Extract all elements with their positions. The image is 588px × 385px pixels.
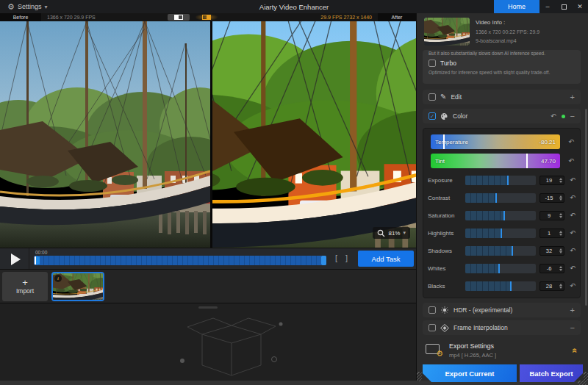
clip-thumbnail[interactable]: i [51,272,104,301]
collapse-icon[interactable]: − [570,112,575,120]
close-button[interactable]: ✕ [572,0,588,13]
undo-icon[interactable]: ↶ [568,230,577,237]
after-tab[interactable]: After [378,13,416,21]
slider-handle[interactable] [507,176,509,185]
edit-checkbox[interactable] [429,93,436,101]
tint-slider[interactable]: Tint 47.70 [431,154,560,168]
undo-icon[interactable]: ↶ [568,212,577,219]
collapse-icon[interactable]: − [570,323,575,332]
slider-handle[interactable] [512,246,513,256]
turbo-checkbox[interactable] [429,60,436,67]
import-button[interactable]: + Import [2,272,48,301]
hdr-section-header[interactable]: HDR - (experimental) + [423,303,581,317]
trim-start-marker[interactable]: [ [335,253,337,262]
preview-area: 81% ▾ [0,21,416,248]
undo-icon[interactable]: ↶ [568,195,577,201]
slider-handle[interactable] [498,264,500,273]
temperature-value: -80.21 [539,134,556,149]
import-label: Import [16,287,34,295]
slider-handle[interactable] [510,281,512,291]
slider-label: Saturation [428,212,462,219]
maximize-button[interactable] [556,0,572,13]
before-resolution: 1366 x 720 29.9 FPS [47,13,96,21]
undo-icon[interactable]: ↶ [568,248,577,254]
highlights-slider[interactable] [465,229,536,238]
highlights-value-input[interactable]: 1 [539,229,564,238]
temperature-handle[interactable] [443,134,445,149]
before-preview [0,21,210,248]
undo-icon[interactable]: ↶ [568,283,577,289]
blacks-slider[interactable] [465,281,536,291]
contrast-slider[interactable] [465,193,536,203]
turbo-card: But it also substantially slows down AI … [423,50,581,84]
modified-indicator-dot [562,115,565,118]
slider-handle[interactable] [495,193,497,203]
info-icon[interactable]: i [54,275,62,282]
tint-handle[interactable] [526,154,528,168]
batch-export-button[interactable]: Batch Export [520,364,583,382]
chevron-down-icon: ▾ [403,230,406,236]
compare-mode-split-button[interactable] [168,14,190,21]
hdr-checkbox[interactable] [429,306,436,314]
undo-icon[interactable]: ↶ [568,265,577,272]
expand-icon[interactable]: + [570,93,575,101]
after-video-frame [212,21,416,248]
exposure-slider[interactable] [465,176,536,185]
playhead-handle[interactable] [35,256,40,265]
stepper[interactable] [558,284,564,289]
play-icon [11,253,21,265]
stepper[interactable] [558,213,564,218]
add-task-button[interactable]: Add Task [358,251,414,267]
before-tab[interactable]: Before [0,13,41,21]
plus-icon: + [22,278,28,287]
stepper[interactable] [558,195,564,201]
color-checkbox[interactable]: ✓ [429,112,436,120]
play-button[interactable] [0,248,29,270]
slider-fill [465,229,501,238]
panel-scrollbar[interactable] [585,109,587,306]
undo-icon[interactable]: ↶ [568,177,577,184]
video-info-title: Video Info : [476,19,539,26]
stepper[interactable] [558,248,564,253]
stepper[interactable] [558,266,564,271]
slider-handle[interactable] [501,229,502,238]
zoom-control[interactable]: 81% ▾ [373,227,410,239]
export-settings[interactable]: ⚙ Export Settings mp4 [ H.265, AAC ] « [423,338,581,363]
home-button[interactable]: Home [494,0,539,13]
exposure-value-input[interactable]: 19 [539,176,564,185]
saturation-value-input[interactable]: 9 [539,211,564,220]
color-section-header[interactable]: ✓ Color ↶ − [423,109,581,123]
blacks-value-input[interactable]: 28 [539,281,564,291]
trim-end-marker[interactable]: ] [345,253,348,262]
stepper[interactable] [558,231,564,236]
frame-interpolation-checkbox[interactable] [429,324,436,331]
settings-menu[interactable]: ⚙ Settings ▾ [0,0,54,13]
undo-icon[interactable]: ↶ [568,139,574,145]
whites-value-input[interactable]: -6 [539,264,564,273]
compare-mode-side-button[interactable] [196,14,218,21]
panel-drag-handle[interactable] [198,306,218,309]
export-current-button[interactable]: Export Current [423,364,517,382]
trim-end-handle[interactable] [321,256,326,265]
expand-icon[interactable]: + [570,306,575,314]
empty-box-illustration [169,314,294,381]
saturation-slider[interactable] [465,211,536,220]
slider-handle[interactable] [503,211,505,220]
app-window: ⚙ Settings ▾ Aiarty Video Enhancer Home … [0,0,588,385]
timeline-track[interactable] [34,256,326,265]
whites-slider[interactable] [465,264,536,273]
contrast-value-input[interactable]: -15 [539,193,564,203]
player-bar: 00:00 [ ] Add Task [0,248,416,269]
video-info-thumbnail [424,18,470,46]
temperature-slider[interactable]: Temperature -80.21 [431,134,560,149]
minimize-button[interactable]: – [539,0,556,13]
double-chevron-up-icon[interactable]: « [570,348,581,353]
shadows-value-input[interactable]: 32 [539,246,564,256]
undo-icon[interactable]: ↶ [551,113,556,120]
undo-icon[interactable]: ↶ [568,158,574,165]
shadows-slider[interactable] [465,246,536,256]
frame-interpolation-section-header[interactable]: Frame Interpolation − [423,320,581,335]
edit-section-header[interactable]: ✎ Edit + [423,90,581,104]
stepper[interactable] [558,178,564,183]
slider-fill [465,264,498,273]
